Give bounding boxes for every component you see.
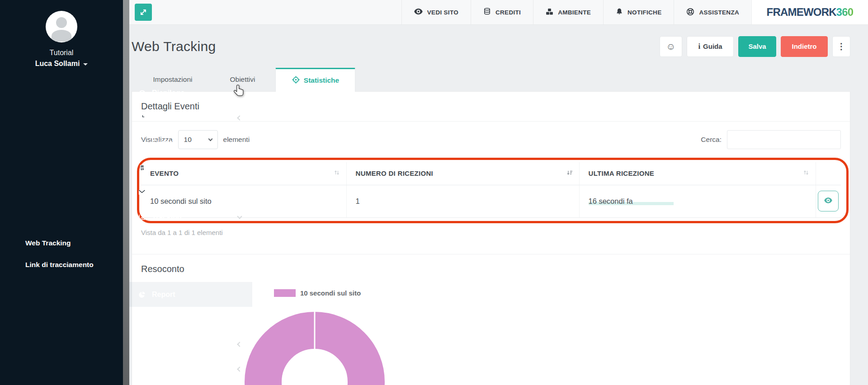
column-header-actions xyxy=(816,162,841,185)
sidebar-item-clienti[interactable]: Clienti xyxy=(129,130,252,155)
gauge-icon xyxy=(137,89,146,97)
sidebar-item-label: Notifiche xyxy=(152,315,183,324)
indietro-button[interactable]: Indietro xyxy=(781,36,828,57)
profile-name: Luca Sollami xyxy=(35,60,80,68)
pie-chart-icon xyxy=(137,291,146,298)
sidebar-item-label: Marketing xyxy=(152,340,186,348)
guida-label: Guida xyxy=(703,42,722,50)
sidebar-scrollbar[interactable] xyxy=(123,0,129,385)
sort-icon xyxy=(803,169,809,177)
life-ring-icon xyxy=(686,8,694,17)
chart-legend[interactable]: 10 secondi sul sito xyxy=(274,289,361,297)
search-control: Cerca: xyxy=(701,130,841,149)
topbar-item-notifiche[interactable]: NOTIFICHE xyxy=(603,0,674,24)
bell-icon xyxy=(616,8,623,17)
chevron-left-icon xyxy=(237,115,242,120)
coins-icon xyxy=(483,8,491,17)
logo-text: FRAMEWORK xyxy=(767,6,836,18)
topbar-item-label: NOTIFICHE xyxy=(627,9,661,16)
topbar-item-crediti[interactable]: CREDITI xyxy=(471,0,533,24)
eye-icon xyxy=(824,197,832,205)
column-header-ultima-ricezione[interactable]: ULTIMA RICEZIONE xyxy=(579,162,816,185)
donut-svg xyxy=(236,302,399,385)
view-event-button[interactable] xyxy=(818,191,839,211)
sidebar-item-notifiche[interactable]: Notifiche xyxy=(129,307,252,332)
page-header: Web Tracking ☺ iGuida Salva Indietro ⋮ xyxy=(132,25,850,68)
sidebar-item-label: Sito Web xyxy=(152,114,183,122)
chevron-left-icon xyxy=(237,366,242,371)
cell-text: 16 secondi fa xyxy=(589,197,674,205)
topbar-item-label: CREDITI xyxy=(495,9,521,16)
search-label: Cerca: xyxy=(701,136,722,144)
sidebar-subitem-web-tracking[interactable]: Web Tracking xyxy=(0,232,123,254)
chart-line-icon xyxy=(137,214,146,221)
caret-down-icon xyxy=(83,63,88,66)
sidebar-item-label: Clienti xyxy=(152,139,174,147)
page-title: Web Tracking xyxy=(132,39,216,54)
sidebar-item-label: Report xyxy=(152,291,175,299)
guida-button[interactable]: iGuida xyxy=(687,36,734,57)
tab-label: Statistiche xyxy=(304,76,339,85)
sidebar-item-label: Web Tracking xyxy=(25,239,71,247)
avatar xyxy=(46,11,77,42)
sidebar-item-messaggi[interactable]: Messaggi xyxy=(129,180,252,205)
legend-swatch xyxy=(274,289,296,297)
sidebar-item-marketing[interactable]: Marketing xyxy=(129,332,252,357)
logo-360-text: 360 xyxy=(836,6,854,18)
header-actions: ☺ iGuida Salva Indietro ⋮ xyxy=(660,36,850,57)
cubes-icon xyxy=(546,8,553,17)
profile-org: Tutorial xyxy=(0,49,123,57)
sidebar-item-sito-web[interactable]: Sito Web xyxy=(129,105,252,130)
sidebar-item-vendite[interactable]: Vendite xyxy=(129,155,252,180)
crosshair-icon xyxy=(292,75,300,86)
person-icon xyxy=(137,139,146,146)
section-title-resoconto: Resoconto xyxy=(132,254,850,284)
topbar-item-ambiente[interactable]: AMBIENTE xyxy=(533,0,603,24)
kebab-menu-button[interactable]: ⋮ xyxy=(832,36,850,57)
file-icon xyxy=(137,114,146,122)
sidebar: Tutorial Luca Sollami Riepilogo Sito Web xyxy=(0,0,123,385)
sidebar-item-personalizzazione[interactable]: Personalizzazione xyxy=(129,357,252,381)
tab-statistiche[interactable]: Statistiche xyxy=(275,68,355,92)
info-icon: i xyxy=(698,42,700,51)
megaphone-icon xyxy=(137,341,146,347)
topbar-item-label: VEDI SITO xyxy=(427,9,458,16)
topbar-item-vedi-sito[interactable]: VEDI SITO xyxy=(401,0,471,24)
chevron-down-icon xyxy=(237,214,242,219)
app-window: Tutorial Luca Sollami Riepilogo Sito Web xyxy=(0,0,868,385)
calculator-icon xyxy=(137,164,146,171)
smiley-button[interactable]: ☺ xyxy=(660,36,682,57)
sidebar-item-riepilogo[interactable]: Riepilogo xyxy=(129,80,252,105)
sort-icon xyxy=(334,169,340,177)
column-label: ULTIMA RICEZIONE xyxy=(589,169,655,177)
sidebar-item-label: Vendite xyxy=(152,164,178,172)
eye-icon xyxy=(414,9,423,16)
smiley-icon: ☺ xyxy=(666,41,675,52)
salva-button[interactable]: Salva xyxy=(738,36,776,57)
sidebar-item-label: Tracking xyxy=(152,213,182,221)
topbar-item-assistenza[interactable]: ASSISTENZA xyxy=(674,0,751,24)
kebab-icon: ⋮ xyxy=(837,41,846,52)
chevron-left-icon xyxy=(237,342,242,347)
sidebar-item-tracking[interactable]: Tracking xyxy=(129,205,252,230)
sidebar-item-label: Link di tracciamento xyxy=(25,261,94,269)
profile-name-menu[interactable]: Luca Sollami xyxy=(0,60,123,68)
search-input[interactable] xyxy=(727,130,841,149)
paintbrush-icon xyxy=(137,366,146,373)
sidebar-item-report[interactable]: Report xyxy=(129,282,252,307)
cell-ricezioni: 1 xyxy=(346,185,579,217)
topbar: VEDI SITO CREDITI AMBIENTE xyxy=(129,0,868,25)
sidebar-subitem-link-tracciamento[interactable]: Link di tracciamento xyxy=(0,254,123,276)
topbar-menu: VEDI SITO CREDITI AMBIENTE xyxy=(401,0,868,24)
topbar-item-label: ASSISTENZA xyxy=(699,9,739,16)
column-header-numero-ricezioni[interactable]: NUMERO DI RICEZIONI xyxy=(346,162,579,185)
cell-ultima-ricezione: 16 secondi fa xyxy=(579,185,816,217)
profile-block: Tutorial Luca Sollami xyxy=(0,0,123,68)
sidebar-item-label: Personalizzazione xyxy=(152,365,214,373)
sort-desc-icon xyxy=(566,169,573,177)
legend-label: 10 secondi sul sito xyxy=(300,289,361,297)
column-label: NUMERO DI RICEZIONI xyxy=(356,169,434,177)
expand-arrows-icon[interactable] xyxy=(135,4,152,21)
sidebar-item-label: Messaggi xyxy=(152,188,185,197)
sidebar-item-label: Riepilogo xyxy=(152,89,185,97)
